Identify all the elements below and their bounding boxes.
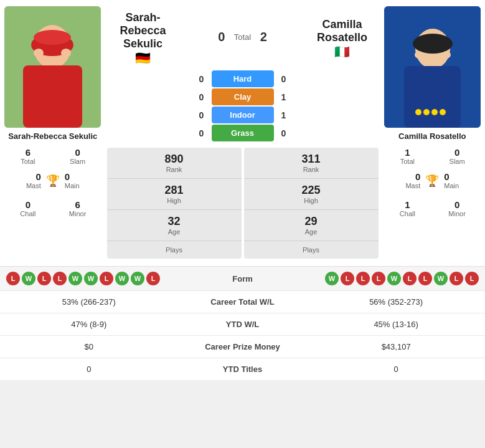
left-total-stat: 6 Total: [3, 145, 53, 168]
surface-grass-btn[interactable]: Grass: [212, 125, 274, 141]
left-main-stat: 0 Main: [62, 169, 102, 192]
right-player-photo: [384, 6, 481, 128]
right-total-stat: 1 Total: [383, 145, 433, 168]
svg-point-16: [440, 109, 446, 115]
right-plays-box: Plays: [244, 241, 379, 259]
left-age-box: 32 Age: [107, 210, 242, 241]
left-rank-box: 890 Rank: [107, 148, 242, 179]
stat-row-left: $0: [6, 342, 172, 351]
right-bottom-stats: 1 Chall 0 Minor: [383, 197, 483, 220]
right-high-box: 225 High: [244, 179, 379, 210]
right-age-box: 29 Age: [244, 210, 379, 241]
surface-hard-btn[interactable]: Hard: [212, 70, 274, 87]
right-chall-stat: 1 Chall: [383, 197, 433, 220]
top-section: Sarah-Rebecca Sekulic 6 Total 0 Slam 0 M…: [0, 0, 485, 266]
left-minor-stat: 6 Minor: [53, 197, 103, 220]
right-main-stat: 0 Main: [441, 169, 481, 192]
stats-rows: 53% (266-237) Career Total W/L 56% (352-…: [0, 290, 485, 380]
stat-row-right: 45% (13-16): [313, 320, 479, 329]
svg-rect-2: [23, 65, 82, 128]
surface-row-clay: 0 Clay 1: [112, 88, 374, 105]
stat-row-right: 0: [313, 365, 479, 374]
form-section: LWLLWWLWWL Form WLLLWLLWLL: [0, 266, 485, 290]
stat-row-center: Career Total W/L: [172, 297, 314, 307]
right-trophy-icon: 🏆: [425, 174, 439, 188]
stat-row: 53% (266-237) Career Total W/L 56% (352-…: [0, 290, 485, 313]
form-label: Form: [160, 274, 325, 284]
form-pill: W: [434, 272, 448, 285]
main-container: Sarah-Rebecca Sekulic 6 Total 0 Slam 0 M…: [0, 0, 485, 380]
left-player-photo: [4, 6, 101, 128]
form-pill: W: [115, 272, 129, 285]
form-pill: L: [372, 272, 385, 285]
left-chall-stat: 0 Chall: [3, 197, 53, 220]
svg-point-6: [61, 49, 71, 57]
svg-point-4: [34, 30, 71, 45]
form-pill: L: [418, 272, 432, 285]
left-player-stats: 6 Total 0 Slam: [3, 145, 103, 168]
left-player-title: Sarah-Rebecca Sekulic 🇩🇪: [106, 11, 181, 65]
stat-row-left: 47% (8-9): [6, 320, 172, 329]
form-pill: L: [450, 272, 463, 285]
right-middle-stats: 311 Rank 225 High 29 Age Plays: [244, 148, 379, 259]
form-pill: W: [68, 272, 82, 285]
svg-point-11: [415, 51, 423, 59]
left-slam-stat: 0 Slam: [53, 145, 103, 168]
svg-point-14: [423, 109, 430, 115]
form-pill: W: [131, 272, 144, 285]
form-pill: L: [465, 272, 479, 285]
svg-point-15: [431, 109, 438, 115]
stat-row-center: Career Prize Money: [172, 342, 314, 351]
stats-grid: 890 Rank 281 High 32 Age Plays: [106, 146, 380, 260]
stat-row-right: 56% (352-273): [313, 297, 479, 307]
form-pill: W: [325, 272, 339, 285]
surface-row-hard: 0 Hard 0: [112, 70, 374, 87]
left-plays-box: Plays: [107, 241, 242, 259]
left-player-card: Sarah-Rebecca Sekulic 6 Total 0 Slam 0 M…: [0, 6, 106, 260]
svg-rect-9: [404, 66, 461, 128]
right-mast-stat: 0 Mast: [383, 169, 423, 192]
svg-point-10: [413, 34, 453, 54]
right-trophy-row: 0 Mast 🏆 0 Main: [383, 168, 483, 193]
surface-row-indoor: 0 Indoor 1: [112, 107, 374, 123]
form-pill: L: [37, 272, 51, 285]
left-form-pills: LWLLWWLWWL: [6, 272, 160, 285]
score-header: Sarah-Rebecca Sekulic 🇩🇪 0 Total 2 Camil…: [106, 6, 380, 68]
left-trophy-row: 0 Mast 🏆 0 Main: [3, 168, 103, 193]
form-pill: L: [403, 272, 417, 285]
left-trophy-icon: 🏆: [46, 174, 60, 188]
svg-point-5: [34, 49, 44, 57]
form-pill: L: [100, 272, 113, 285]
stat-row: $0 Career Prize Money $43,107: [0, 335, 485, 358]
form-pill: L: [341, 272, 354, 285]
score-center: 0 Total 2: [181, 30, 305, 47]
right-player-title: Camilla Rosatello 🇮🇹: [305, 18, 380, 59]
stat-row: 0 YTD Titles 0: [0, 358, 485, 380]
right-player-name: Camilla Rosatello: [398, 131, 466, 141]
surface-row-grass: 0 Grass 0: [112, 125, 374, 141]
right-player-card: Camilla Rosatello 1 Total 0 Slam 0 Mast …: [380, 6, 486, 260]
form-pill: L: [53, 272, 67, 285]
left-mast-stat: 0 Mast: [4, 169, 44, 192]
total-score-row: 0 Total 2: [214, 30, 271, 44]
surface-indoor-btn[interactable]: Indoor: [212, 107, 274, 123]
right-slam-stat: 0 Slam: [432, 145, 482, 168]
left-high-box: 281 High: [107, 179, 242, 210]
stat-row-center: YTD Titles: [172, 365, 314, 374]
surface-clay-btn[interactable]: Clay: [212, 88, 274, 105]
right-minor-stat: 0 Minor: [432, 197, 482, 220]
stat-row-left: 0: [6, 365, 172, 374]
stat-row-center: YTD W/L: [172, 320, 314, 329]
form-pill: L: [146, 272, 160, 285]
form-pill: W: [84, 272, 98, 285]
middle-section: Sarah-Rebecca Sekulic 🇩🇪 0 Total 2 Camil…: [106, 6, 380, 260]
form-pill: L: [356, 272, 370, 285]
stat-row-left: 53% (266-237): [6, 297, 172, 307]
stat-row: 47% (8-9) YTD W/L 45% (13-16): [0, 313, 485, 335]
form-pill: L: [6, 272, 20, 285]
left-middle-stats: 890 Rank 281 High 32 Age Plays: [107, 148, 242, 259]
right-form-pills: WLLLWLLWLL: [325, 272, 479, 285]
stat-row-right: $43,107: [313, 342, 479, 351]
surface-rows: 0 Hard 0 0 Clay 1 0 Indoor 1 0 Grass: [106, 70, 380, 141]
form-pill: W: [22, 272, 35, 285]
